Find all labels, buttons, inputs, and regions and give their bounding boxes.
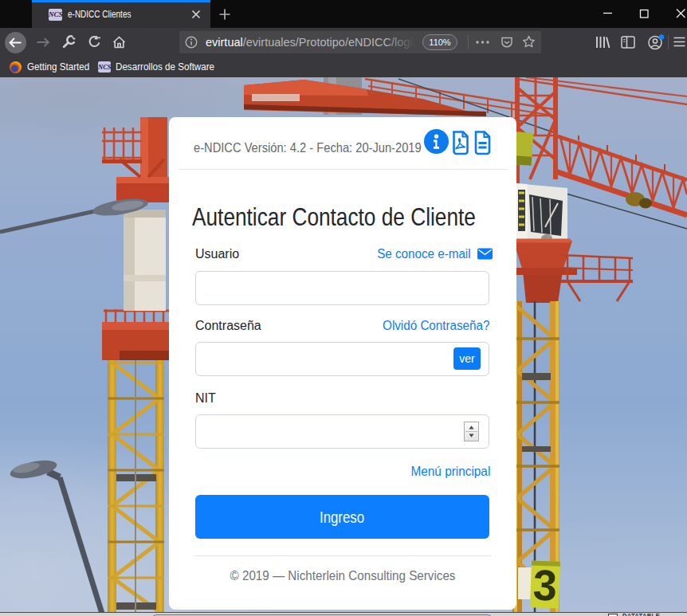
- svg-text:3: 3: [532, 560, 558, 609]
